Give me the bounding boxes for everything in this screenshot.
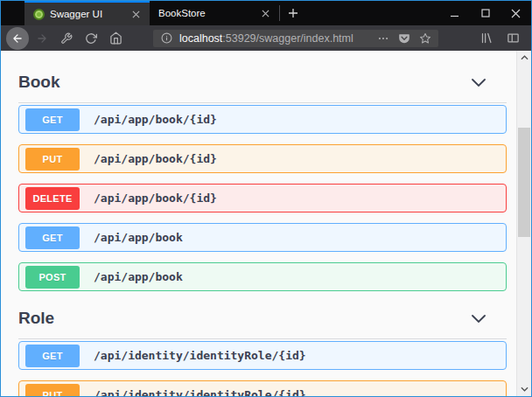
page-actions-icon[interactable] xyxy=(375,31,391,46)
method-badge: GET xyxy=(25,345,80,367)
method-badge: DELETE xyxy=(25,187,80,210)
new-tab-button[interactable] xyxy=(280,1,306,25)
tab-close-icon[interactable] xyxy=(129,7,143,21)
tab-close-icon[interactable] xyxy=(258,6,272,20)
swagger-page: Book GET /api/app/book/{id} PUT /api/app… xyxy=(1,51,516,396)
titlebar: Swagger UI BookStore xyxy=(1,1,531,25)
tab-swagger-ui[interactable]: Swagger UI xyxy=(24,1,150,25)
page-content: Book GET /api/app/book/{id} PUT /api/app… xyxy=(1,51,531,396)
endpoint-row[interactable]: DELETE /api/app/book/{id} xyxy=(18,184,507,212)
bookmark-star-icon[interactable] xyxy=(417,31,433,46)
browser-window: Swagger UI BookStore xyxy=(0,0,532,397)
endpoint-list: GET /api/identity/identityRole/{id} PUT … xyxy=(18,341,507,396)
endpoint-row[interactable]: POST /api/app/book xyxy=(18,262,507,291)
endpoint-path: /api/app/book xyxy=(94,231,183,244)
endpoint-row[interactable]: PUT /api/app/book/{id} xyxy=(18,144,507,173)
section-header[interactable]: Book xyxy=(18,62,507,103)
toolbar-right-group xyxy=(475,27,532,50)
method-badge: POST xyxy=(25,266,80,289)
swagger-favicon xyxy=(33,9,45,20)
endpoint-row[interactable]: GET /api/identity/identityRole/{id} xyxy=(18,341,507,370)
scroll-up-icon[interactable] xyxy=(521,51,528,65)
home-button[interactable] xyxy=(104,27,127,50)
tab-label: BookStore xyxy=(158,8,253,18)
method-badge: GET xyxy=(25,108,80,131)
back-button[interactable] xyxy=(6,27,29,50)
titlebar-drag-area xyxy=(306,1,439,25)
endpoint-path: /api/app/book/{id} xyxy=(94,192,217,205)
wrench-icon[interactable] xyxy=(55,27,78,50)
url-host: localhost xyxy=(179,32,222,45)
scrollbar-track[interactable] xyxy=(517,65,531,382)
endpoint-row[interactable]: PUT /api/identity/identityRole/{id} xyxy=(18,380,507,396)
chevron-down-icon[interactable] xyxy=(472,79,486,87)
scroll-down-icon[interactable] xyxy=(521,382,528,396)
vertical-scrollbar[interactable] xyxy=(516,51,531,396)
endpoint-path: /api/identity/identityRole/{id} xyxy=(94,349,306,362)
endpoint-path: /api/app/book/{id} xyxy=(94,152,217,165)
refresh-button[interactable] xyxy=(80,27,102,50)
forward-button[interactable] xyxy=(31,27,53,50)
url-text[interactable]: localhost:53929/swagger/index.html xyxy=(179,32,370,45)
section-book: Book GET /api/app/book/{id} PUT /api/app… xyxy=(18,62,507,291)
tab-label: Swagger UI xyxy=(50,9,123,19)
maximize-button[interactable] xyxy=(470,1,500,25)
section-role: Role GET /api/identity/identityRole/{id}… xyxy=(18,298,507,396)
address-bar[interactable]: localhost:53929/swagger/index.html xyxy=(153,30,438,47)
url-path: :53929/swagger/index.html xyxy=(222,32,353,45)
pocket-icon[interactable] xyxy=(396,31,412,46)
endpoint-path: /api/app/book/{id} xyxy=(94,113,217,126)
close-button[interactable] xyxy=(500,1,531,25)
section-header[interactable]: Role xyxy=(18,298,507,339)
chevron-down-icon[interactable] xyxy=(472,315,486,323)
endpoint-row[interactable]: GET /api/app/book/{id} xyxy=(18,105,507,134)
method-badge: PUT xyxy=(25,384,80,397)
sidebar-toggle-icon[interactable] xyxy=(501,27,524,50)
section-title: Role xyxy=(18,309,54,328)
site-info-icon[interactable] xyxy=(158,31,174,46)
minimize-button[interactable] xyxy=(439,1,470,25)
scrollbar-thumb[interactable] xyxy=(518,128,530,237)
method-badge: GET xyxy=(25,226,80,249)
endpoint-path: /api/app/book xyxy=(94,270,183,283)
method-badge: PUT xyxy=(25,148,80,171)
endpoint-list: GET /api/app/book/{id} PUT /api/app/book… xyxy=(18,105,507,291)
endpoint-row[interactable]: GET /api/app/book xyxy=(18,223,507,252)
tab-bookstore[interactable]: BookStore xyxy=(150,1,279,25)
endpoint-path: /api/identity/identityRole/{id} xyxy=(94,388,306,396)
navigation-toolbar: localhost:53929/swagger/index.html xyxy=(1,25,531,51)
library-icon[interactable] xyxy=(475,27,498,50)
section-title: Book xyxy=(18,73,60,92)
